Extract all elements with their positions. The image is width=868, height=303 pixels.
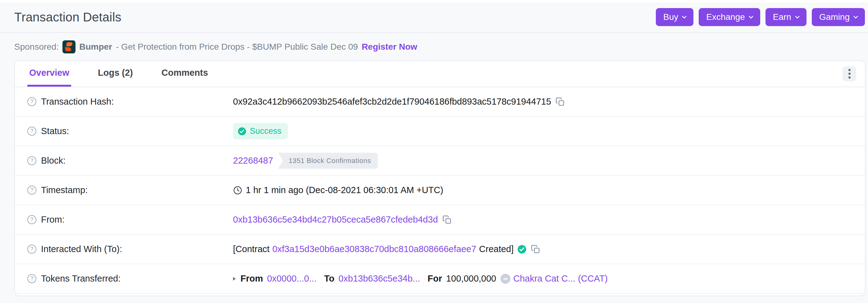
buy-button[interactable]: Buy	[656, 8, 693, 26]
transfer-arrow-icon	[233, 277, 236, 281]
copy-contract-address-button[interactable]	[531, 245, 540, 254]
card-tabs-header: Overview Logs (2) Comments	[15, 61, 865, 87]
sponsored-prefix: Sponsored:	[14, 42, 59, 52]
copy-hash-button[interactable]	[555, 97, 565, 106]
block-confirmations-badge: 1351 Block Confirmations	[278, 153, 378, 169]
contract-address-link[interactable]: 0xf3a15d3e0b6ae30838c70dbc810a808666efae…	[273, 244, 476, 254]
copy-icon	[442, 215, 452, 225]
block-number-link[interactable]: 22268487	[233, 156, 273, 166]
transaction-hash-value: 0x92a3c412b9662093b2546afef3cb2d2de1f790…	[233, 97, 551, 107]
status-label: Status:	[41, 126, 69, 136]
help-icon[interactable]: ?	[27, 215, 36, 224]
row-interacted-with: ? Interacted With (To): [Contract 0xf3a1…	[15, 235, 865, 264]
help-icon[interactable]: ?	[27, 274, 36, 283]
buy-button-label: Buy	[663, 12, 678, 22]
transfer-from-label: From	[241, 273, 263, 284]
from-label: From:	[41, 214, 65, 225]
row-tokens-transferred: ? Tokens Transferred: From 0x0000...0...…	[15, 264, 865, 294]
token-name-link[interactable]: Chakra Cat C... (CCAT)	[513, 273, 608, 284]
help-icon[interactable]: ?	[27, 156, 36, 165]
earn-button-label: Earn	[773, 12, 791, 22]
from-address-link[interactable]: 0xb13b636c5e34bd4c27b05ceca5e867cfedeb4d…	[233, 214, 438, 225]
row-transaction-hash: ? Transaction Hash: 0x92a3c412b9662093b2…	[15, 87, 865, 117]
register-now-link[interactable]: Register Now	[362, 42, 417, 52]
transfer-to-label: To	[324, 273, 334, 284]
exchange-button[interactable]: Exchange	[699, 8, 760, 26]
transfer-from-address-link[interactable]: 0x0000...0...	[267, 273, 317, 284]
transfer-to-address-link[interactable]: 0xb13b636c5e34b...	[338, 273, 420, 284]
success-check-icon	[238, 127, 246, 136]
transaction-hash-label: Transaction Hash:	[41, 97, 114, 107]
copy-icon	[531, 245, 540, 254]
page-header: Transaction Details Buy Exchange Earn Ga…	[0, 3, 868, 33]
timestamp-label: Timestamp:	[41, 185, 88, 195]
transaction-card: Overview Logs (2) Comments ? Transaction…	[14, 60, 866, 296]
sponsored-message: - Get Protection from Price Drops - $BUM…	[116, 42, 358, 52]
tab-logs[interactable]: Logs (2)	[96, 61, 135, 87]
contract-created-suffix: Created]	[479, 244, 514, 254]
interacted-with-label: Interacted With (To):	[41, 244, 122, 254]
navbar-bottom-strip	[0, 0, 868, 3]
status-badge: Success	[233, 123, 288, 139]
chevron-down-icon	[795, 14, 800, 19]
copy-icon	[555, 97, 565, 106]
chevron-down-icon	[854, 14, 858, 19]
page-title: Transaction Details	[14, 10, 121, 24]
sponsored-banner: Sponsored: Bumper - Get Protection from …	[0, 33, 868, 60]
tab-comments[interactable]: Comments	[160, 61, 210, 87]
status-value: Success	[250, 126, 281, 136]
chevron-down-icon	[749, 14, 754, 19]
gaming-button[interactable]: Gaming	[812, 8, 865, 26]
help-icon[interactable]: ?	[27, 97, 36, 106]
verified-check-icon	[517, 245, 527, 254]
transfer-amount: 100,000,000	[446, 273, 496, 284]
copy-from-address-button[interactable]	[442, 215, 452, 225]
chevron-down-icon	[682, 14, 687, 19]
nav-actions: Buy Exchange Earn Gaming	[656, 8, 865, 26]
help-icon[interactable]: ?	[27, 245, 36, 254]
clock-icon	[233, 186, 242, 195]
help-icon[interactable]: ?	[27, 127, 36, 136]
row-block: ? Block: 22268487 1351 Block Confirmatio…	[15, 146, 865, 176]
kebab-menu-button[interactable]	[842, 66, 856, 81]
timestamp-value: 1 hr 1 min ago (Dec-08-2021 06:30:01 AM …	[246, 185, 443, 195]
gaming-button-label: Gaming	[819, 12, 850, 22]
row-from: ? From: 0xb13b636c5e34bd4c27b05ceca5e867…	[15, 205, 865, 235]
block-label: Block:	[41, 156, 66, 166]
bumper-logo-icon	[62, 40, 75, 54]
tab-overview[interactable]: Overview	[27, 61, 71, 87]
earn-button[interactable]: Earn	[766, 8, 806, 26]
contract-created-prefix: [Contract	[233, 244, 270, 254]
tokens-transferred-label: Tokens Transferred:	[41, 273, 121, 284]
row-timestamp: ? Timestamp: 1 hr 1 min ago (Dec-08-2021…	[15, 176, 865, 205]
token-placeholder-icon: ∞	[500, 274, 510, 284]
transfer-for-label: For	[428, 273, 442, 284]
row-status: ? Status: Success	[15, 117, 865, 146]
sponsored-brand-link[interactable]: Bumper	[79, 42, 112, 52]
exchange-button-label: Exchange	[706, 12, 745, 22]
help-icon[interactable]: ?	[27, 186, 36, 195]
